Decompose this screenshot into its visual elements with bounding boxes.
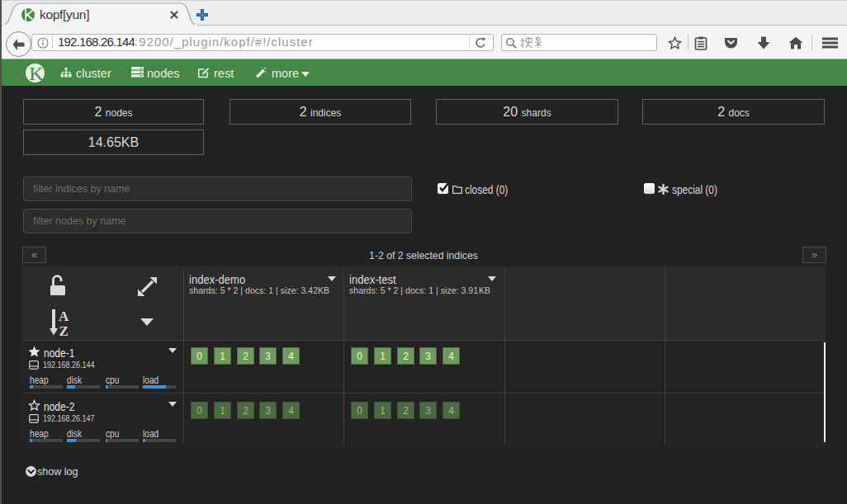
svg-text:Z: Z [59,323,69,337]
svg-text:A: A [59,309,69,324]
svg-text:K: K [29,64,44,82]
